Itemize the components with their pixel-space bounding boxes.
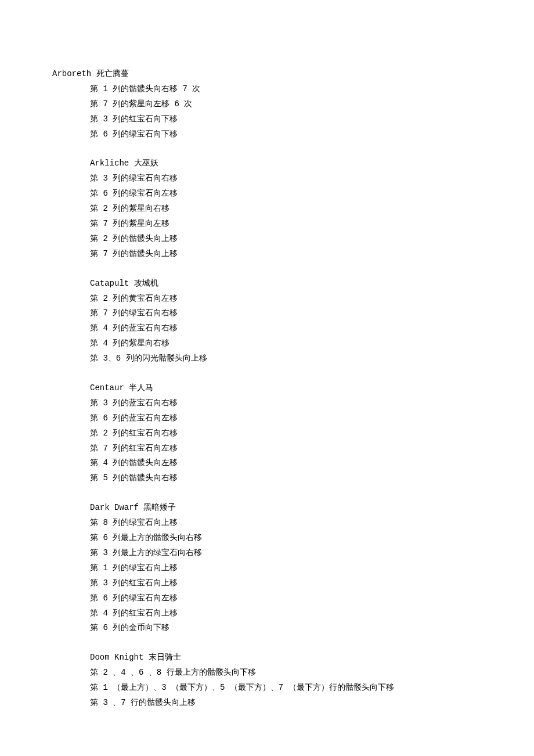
section-title: Doom Knight 末日骑士 xyxy=(90,650,534,665)
step-line: 第 3 列的绿宝石向右移 xyxy=(90,171,534,186)
step-line: 第 1 列的绿宝石向上移 xyxy=(90,561,534,576)
section-title: Dark Dwarf 黑暗矮子 xyxy=(90,501,534,516)
step-line: 第 6 列最上方的骷髅头向右移 xyxy=(90,531,534,546)
step-line: 第 2 、4 、6 、8 行最上方的骷髅头向下移 xyxy=(90,665,534,681)
step-line: 第 2 列的黄宝石向左移 xyxy=(90,291,534,307)
step-line: 第 1 （最上方）、3 （最下方）、5 （最下方）、7 （最下方）行的骷髅头向下… xyxy=(90,681,534,696)
section: Dark Dwarf 黑暗矮子第 8 列的绿宝石向上移第 6 列最上方的骷髅头向… xyxy=(90,501,534,636)
step-line: 第 4 列的红宝石向上移 xyxy=(90,606,534,621)
section: Centaur 半人马第 3 列的蓝宝石向右移第 6 列的蓝宝石向左移第 2 列… xyxy=(90,381,534,486)
step-line: 第 4 列的蓝宝石向右移 xyxy=(90,321,534,336)
step-line: 第 8 列的绿宝石向上移 xyxy=(90,516,534,531)
step-line: 第 5 列的骷髅头向右移 xyxy=(90,471,534,486)
section: Arkliche 大巫妖第 3 列的绿宝石向右移第 6 列的绿宝石向左移第 2 … xyxy=(90,156,534,261)
section-title: Arkliche 大巫妖 xyxy=(90,156,534,171)
step-line: 第 6 列的绿宝石向左移 xyxy=(90,591,534,606)
step-line: 第 6 列的绿宝石向左移 xyxy=(90,186,534,201)
step-line: 第 6 列的蓝宝石向左移 xyxy=(90,411,534,426)
step-line: 第 7 列的红宝石向左移 xyxy=(90,441,534,456)
step-line: 第 3 、7 行的骷髅头向上移 xyxy=(90,696,534,711)
section: Doom Knight 末日骑士第 2 、4 、6 、8 行最上方的骷髅头向下移… xyxy=(90,650,534,711)
section: Catapult 攻城机第 2 列的黄宝石向左移第 7 列的绿宝石向右移第 4 … xyxy=(90,276,534,366)
step-line: 第 3 列的红宝石向上移 xyxy=(90,576,534,591)
section-title: Centaur 半人马 xyxy=(90,381,534,396)
step-line: 第 7 列的紫星向左移 6 次 xyxy=(90,97,534,112)
step-line: 第 6 列的金币向下移 xyxy=(90,621,534,636)
step-line: 第 4 列的骷髅头向左移 xyxy=(90,456,534,471)
step-line: 第 7 列的紫星向左移 xyxy=(90,217,534,232)
step-line: 第 2 列的紫星向右移 xyxy=(90,201,534,217)
step-line: 第 3 列最上方的绿宝石向右移 xyxy=(90,546,534,561)
step-line: 第 7 列的骷髅头向上移 xyxy=(90,247,534,262)
document-content: Arboreth 死亡腾蔓第 1 列的骷髅头向右移 7 次第 7 列的紫星向左移… xyxy=(90,67,534,711)
step-line: 第 7 列的绿宝石向右移 xyxy=(90,306,534,321)
step-line: 第 3 列的红宝石向下移 xyxy=(90,112,534,127)
section-title: Catapult 攻城机 xyxy=(90,276,534,291)
section-title: Arboreth 死亡腾蔓 xyxy=(52,67,534,82)
step-line: 第 2 列的红宝石向右移 xyxy=(90,426,534,441)
step-line: 第 1 列的骷髅头向右移 7 次 xyxy=(90,82,534,97)
step-line: 第 3 列的蓝宝石向右移 xyxy=(90,396,534,411)
step-line: 第 3、6 列的闪光骷髅头向上移 xyxy=(90,351,534,366)
step-line: 第 6 列的绿宝石向下移 xyxy=(90,127,534,142)
section: Arboreth 死亡腾蔓第 1 列的骷髅头向右移 7 次第 7 列的紫星向左移… xyxy=(90,67,534,142)
step-line: 第 4 列的紫星向右移 xyxy=(90,336,534,351)
step-line: 第 2 列的骷髅头向上移 xyxy=(90,232,534,247)
